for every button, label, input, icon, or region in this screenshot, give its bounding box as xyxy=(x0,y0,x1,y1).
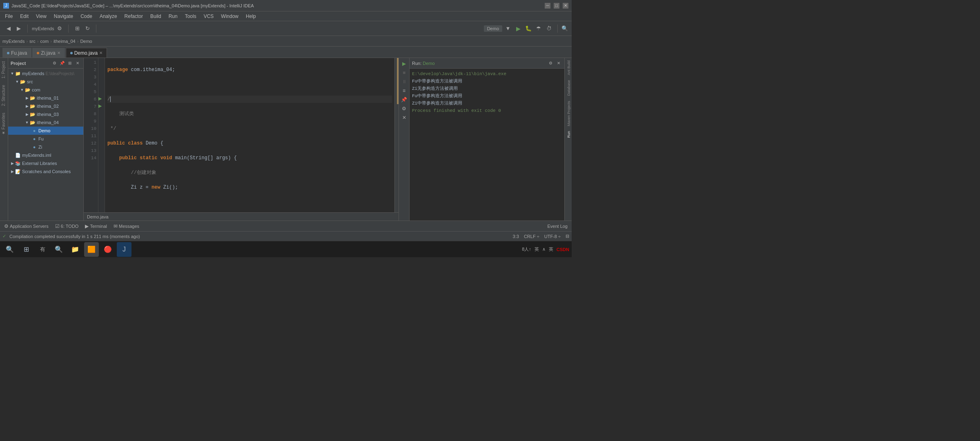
status-position[interactable]: 3:3 xyxy=(513,234,519,239)
git-button[interactable]: ⊞ xyxy=(73,24,82,33)
breadcrumb-itheima04[interactable]: itheima_04 xyxy=(53,39,76,44)
menu-refactor[interactable]: Refactor xyxy=(121,13,146,20)
toolbar-sep-2 xyxy=(68,24,69,33)
right-side-tabs: Ant Build Database Maven Projects Run xyxy=(564,58,572,220)
minimize-button[interactable]: ─ xyxy=(545,3,550,9)
taskbar-search[interactable]: 🔍 xyxy=(2,242,17,257)
tab-fujava[interactable]: Fu.java xyxy=(2,48,31,58)
close-button[interactable]: ✕ xyxy=(563,3,568,9)
sidebar-close-button[interactable]: ✕ xyxy=(74,60,81,67)
tree-item-scratches[interactable]: ▶ 📝 Scratches and Consoles xyxy=(8,167,83,176)
tab-close-demo[interactable]: ✕ xyxy=(99,51,102,55)
profile-button[interactable]: ⏱ xyxy=(544,24,553,33)
breadcrumb-demo[interactable]: Demo xyxy=(80,39,92,44)
taskbar-users: 8人↑ xyxy=(522,246,531,252)
menu-window[interactable]: Window xyxy=(218,13,242,20)
menu-tools[interactable]: Tools xyxy=(182,13,200,20)
project-settings-button[interactable]: ⚙ xyxy=(55,24,64,33)
breadcrumb-com[interactable]: com xyxy=(40,39,49,44)
breadcrumb-myextends[interactable]: myExtends xyxy=(2,39,24,44)
side-tab-ant[interactable]: Ant Build xyxy=(565,58,572,78)
side-tab-maven[interactable]: Maven Projects xyxy=(565,98,572,129)
menu-code[interactable]: Code xyxy=(77,13,96,20)
code-line-2 xyxy=(107,81,392,88)
taskbar-search2[interactable]: 🔍 xyxy=(51,242,66,257)
side-tab-run[interactable]: Run xyxy=(565,129,572,140)
bottom-tab-todo[interactable]: ☑ 6: TODO xyxy=(53,223,80,230)
bottom-tab-app-servers[interactable]: ⚙ Application Servers xyxy=(2,223,50,230)
vtab-structure[interactable]: 2: Structure xyxy=(0,82,8,109)
tab-zijava[interactable]: Zi.java ✕ xyxy=(32,48,65,58)
taskbar-chinese[interactable]: 有 xyxy=(35,242,50,257)
run-button[interactable]: ▶ xyxy=(514,24,523,33)
tree-label-ext: External Libraries xyxy=(22,161,57,166)
tree-item-com[interactable]: ▼ 📂 com xyxy=(8,86,83,94)
breadcrumb-src[interactable]: src xyxy=(29,39,36,44)
search-everywhere-button[interactable]: 🔍 xyxy=(560,24,569,33)
tree-item-itheima01[interactable]: ▶ 📂 itheima_01 xyxy=(8,94,83,102)
status-line-ending[interactable]: CRLF ÷ xyxy=(524,234,539,239)
taskbar-windows[interactable]: ⊞ xyxy=(19,242,33,257)
run-pin-button[interactable]: 📌 xyxy=(400,96,408,104)
menu-analyze[interactable]: Analyze xyxy=(96,13,120,20)
gutter-run-icon-6[interactable]: ▶ xyxy=(98,95,105,102)
run-pause-button[interactable]: ⏸ xyxy=(400,78,408,86)
maximize-button[interactable]: □ xyxy=(554,3,559,9)
vtab-project[interactable]: 1: Project xyxy=(0,58,8,82)
line-num-7: 7 xyxy=(85,103,96,110)
taskbar-intellij[interactable]: J xyxy=(117,242,131,257)
taskbar-app2[interactable]: 🔴 xyxy=(100,242,115,257)
tree-item-itheima03[interactable]: ▶ 📂 itheima_03 xyxy=(8,110,83,118)
menu-vcs[interactable]: VCS xyxy=(200,13,217,20)
side-tab-database[interactable]: Database xyxy=(565,78,572,98)
tree-item-zi[interactable]: ● Zi xyxy=(8,143,83,151)
run-settings-button[interactable]: ⚙ xyxy=(400,105,408,113)
run-config-arrow[interactable]: ▼ xyxy=(503,24,512,33)
back-button[interactable]: ◀ xyxy=(4,24,13,33)
menu-run[interactable]: Run xyxy=(165,13,181,20)
tree-item-src[interactable]: ▼ 📂 src xyxy=(8,78,83,86)
bottom-tab-terminal[interactable]: ▶ Terminal xyxy=(83,223,109,230)
tree-item-iml[interactable]: 📄 myExtends.iml xyxy=(8,151,83,159)
sidebar-pin-button[interactable]: 📌 xyxy=(59,60,65,67)
tree-item-demo[interactable]: ● Demo xyxy=(8,127,83,135)
tree-item-myextends[interactable]: ▼ 📁 myExtends E:\IdeaProjects\ xyxy=(8,69,83,78)
tree-item-itheima02[interactable]: ▶ 📂 itheima_02 xyxy=(8,102,83,110)
menu-build[interactable]: Build xyxy=(147,13,165,20)
tree-item-fu[interactable]: ● Fu xyxy=(8,135,83,143)
tree-item-external-libraries[interactable]: ▶ 📚 External Libraries xyxy=(8,159,83,167)
tree-item-itheima04[interactable]: ▼ 📂 itheima_04 xyxy=(8,118,83,127)
sidebar-settings-button[interactable]: ⚙ xyxy=(51,60,58,67)
tab-close-zi[interactable]: ✕ xyxy=(57,51,60,55)
bottom-tab-label-servers: Application Servers xyxy=(10,224,49,229)
code-content[interactable]: package com.itheima_04; / 测试类 */ public … xyxy=(105,58,394,212)
coverage-button[interactable]: ☂ xyxy=(534,24,543,33)
editor-scroll-bar[interactable] xyxy=(394,58,399,212)
gutter-run-icon-7[interactable]: ▶ xyxy=(98,102,105,109)
tab-demojava[interactable]: Demo.java ✕ xyxy=(66,48,107,58)
code-line-4: 测试类 xyxy=(107,110,392,118)
taskbar-expand[interactable]: ∧ xyxy=(542,247,546,252)
sync-button[interactable]: ↻ xyxy=(83,24,92,33)
menu-edit[interactable]: Edit xyxy=(17,13,32,20)
vtab-favorites[interactable]: ★ Favorites xyxy=(0,109,8,138)
event-log-tab[interactable]: Event Log xyxy=(546,223,569,229)
run-close-button[interactable]: ✕ xyxy=(400,114,408,122)
menu-navigate[interactable]: Navigate xyxy=(51,13,76,20)
menu-view[interactable]: View xyxy=(33,13,50,20)
run-resume-button[interactable]: ▶ xyxy=(400,60,408,68)
menu-file[interactable]: File xyxy=(2,13,16,20)
forward-button[interactable]: ▶ xyxy=(14,24,23,33)
sidebar-expand-button[interactable]: ⊞ xyxy=(67,60,73,67)
taskbar-app1[interactable]: 🟧 xyxy=(84,242,99,257)
status-encoding[interactable]: UTF-8 ÷ xyxy=(544,234,561,239)
bottom-tab-messages[interactable]: ✉ Messages xyxy=(112,223,141,230)
run-panel-close[interactable]: ✕ xyxy=(555,60,562,67)
debug-button[interactable]: 🐛 xyxy=(524,24,533,33)
run-stop-button[interactable]: ■ xyxy=(400,69,408,77)
code-area[interactable]: 1 2 3 4 5 6 7 8 9 10 11 12 13 14 xyxy=(84,58,399,212)
tab-label-fu: Fu.java xyxy=(11,50,27,56)
menu-help[interactable]: Help xyxy=(243,13,259,20)
run-panel-settings[interactable]: ⚙ xyxy=(547,60,554,67)
taskbar-file-explorer[interactable]: 📁 xyxy=(68,242,82,257)
